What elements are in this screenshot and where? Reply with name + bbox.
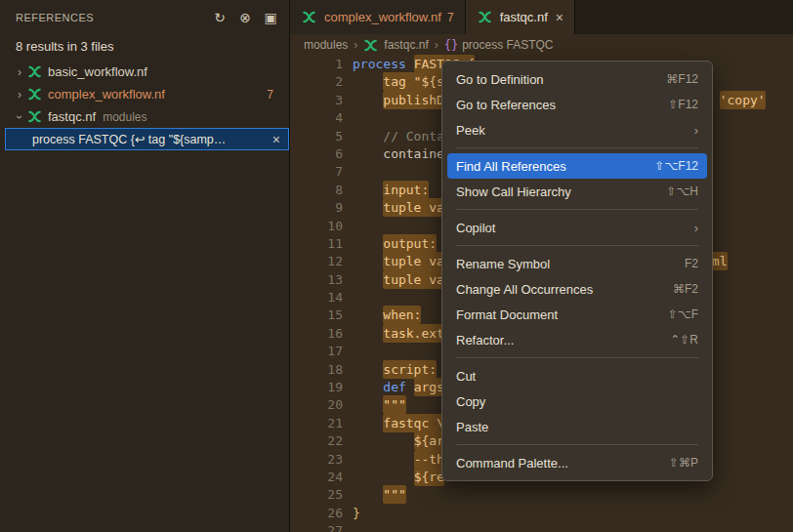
- menu-item-copy[interactable]: Copy: [447, 389, 707, 414]
- code-token: [353, 416, 383, 430]
- menu-separator: [456, 357, 698, 358]
- menu-item-find-all-references[interactable]: Find All References⇧⌥F12: [447, 153, 707, 179]
- nextflow-icon: [27, 109, 44, 124]
- reference-highlight: input:: [383, 181, 429, 199]
- references-sidebar: REFERENCES ↻⊗▣ 8 results in 3 files ›bas…: [0, 0, 290, 532]
- file-row-basic-workflow-nf[interactable]: ›basic_workflow.nf: [0, 61, 289, 83]
- menu-separator: [456, 444, 698, 445]
- reference-highlight: tag "${s: [383, 72, 444, 91]
- code-text: containe: [343, 145, 444, 163]
- reference-highlight: """: [383, 395, 405, 414]
- line-number: 2: [290, 73, 343, 91]
- reference-highlight: fastqc \: [383, 414, 444, 432]
- menu-item-command-palette[interactable]: Command Palette...⇧⌘P: [447, 450, 707, 475]
- tab-fastqc-nf[interactable]: fastqc.nf×: [466, 0, 575, 34]
- breadcrumb-separator: ›: [354, 38, 357, 52]
- chevron-collapsed-icon: ›: [12, 65, 27, 79]
- line-number: 13: [290, 271, 343, 289]
- menu-item-label: Copy: [456, 394, 698, 409]
- code-token: [353, 200, 383, 215]
- reference-highlight: output:: [383, 234, 437, 253]
- code-text: }: [343, 505, 360, 522]
- menu-shortcut: ⌘F2: [673, 282, 698, 296]
- breadcrumb-item-process-fastqc[interactable]: {}process FASTQC: [444, 38, 554, 52]
- line-number: 21: [290, 415, 343, 432]
- file-row-complex-workflow-nf[interactable]: ›complex_workflow.nf7: [0, 83, 289, 105]
- code-token: [353, 362, 383, 377]
- reference-highlight: publishD: [383, 91, 444, 109]
- submenu-chevron-icon: ›: [694, 221, 698, 235]
- code-token: [353, 326, 383, 341]
- code-text: when:: [343, 307, 421, 324]
- panel-toolbar: ↻⊗▣: [209, 7, 281, 28]
- menu-item-label: Show Call Hierarchy: [456, 184, 666, 199]
- menu-item-label: Change All Occurrences: [456, 282, 673, 297]
- code-token: [353, 307, 383, 322]
- reference-result-selected[interactable]: process FASTQC {↩ tag "${samp…×: [5, 128, 289, 150]
- menu-item-copilot[interactable]: Copilot›: [447, 215, 707, 240]
- file-row-fastqc-nf[interactable]: ›fastqc.nfmodules: [0, 105, 289, 128]
- panel-title: REFERENCES: [16, 12, 94, 23]
- tab-badge: 7: [447, 11, 454, 24]
- nextflow-icon: [363, 38, 380, 53]
- menu-item-refactor[interactable]: Refactor...⌃⇧R: [447, 327, 707, 352]
- menu-item-cut[interactable]: Cut: [447, 363, 707, 389]
- tab-close-icon[interactable]: ×: [556, 10, 563, 25]
- code-token: [353, 452, 414, 467]
- code-token: // Conta: [383, 129, 444, 143]
- refresh-icon[interactable]: ↻: [209, 7, 230, 28]
- code-line[interactable]: 27: [290, 522, 793, 532]
- menu-shortcut: ⇧⌥H: [666, 184, 698, 198]
- reference-highlight: --th: [414, 450, 444, 469]
- code-token: [353, 487, 383, 502]
- menu-item-peek[interactable]: Peek›: [447, 117, 707, 143]
- menu-item-label: Copilot: [456, 221, 694, 235]
- menu-item-label: Rename Symbol: [456, 257, 685, 271]
- menu-shortcut: ⌃⇧R: [670, 333, 698, 347]
- file-name: fastqc.nf: [48, 109, 96, 124]
- code-text: output:: [343, 235, 437, 253]
- breadcrumb-item-modules[interactable]: modules: [304, 38, 348, 52]
- collapse-all-icon[interactable]: ▣: [260, 7, 281, 28]
- line-number: 9: [290, 199, 343, 217]
- code-text: input:: [343, 182, 429, 199]
- reference-highlight: tuple va: [383, 252, 444, 270]
- code-text: [343, 109, 353, 127]
- menu-item-go-to-references[interactable]: Go to References⇧F12: [447, 92, 707, 117]
- breadcrumb-label: process FASTQC: [462, 38, 553, 52]
- line-number: 5: [290, 128, 343, 145]
- code-text: fastqc \: [343, 415, 444, 432]
- code-token: containe: [383, 146, 444, 161]
- line-number: 10: [290, 218, 343, 235]
- code-text: [343, 522, 353, 532]
- reference-highlight: script:: [383, 360, 437, 379]
- submenu-chevron-icon: ›: [694, 123, 698, 138]
- code-text: // Conta: [343, 128, 444, 145]
- code-text: [343, 163, 353, 181]
- code-token: [353, 129, 383, 143]
- nextflow-icon: [302, 10, 318, 24]
- menu-item-paste[interactable]: Paste: [447, 414, 707, 439]
- code-line[interactable]: 26}: [290, 505, 793, 522]
- line-number: 19: [290, 379, 343, 396]
- menu-item-change-all-occurrences[interactable]: Change All Occurrences⌘F2: [447, 276, 707, 302]
- reference-highlight: """: [383, 485, 405, 504]
- code-text: task.ext: [343, 325, 444, 343]
- menu-item-go-to-definition[interactable]: Go to Definition⌘F12: [447, 66, 707, 92]
- line-number: 27: [290, 522, 343, 532]
- dismiss-icon[interactable]: ×: [272, 132, 280, 147]
- code-token: process: [353, 57, 414, 71]
- line-number: 24: [290, 469, 343, 486]
- line-number: 22: [290, 432, 343, 450]
- code-token: [353, 433, 414, 448]
- menu-item-rename-symbol[interactable]: Rename SymbolF2: [447, 251, 707, 276]
- menu-item-show-call-hierarchy[interactable]: Show Call Hierarchy⇧⌥H: [447, 179, 707, 204]
- menu-shortcut: ⇧⌘P: [669, 456, 698, 470]
- menu-item-format-document[interactable]: Format Document⇧⌥F: [447, 302, 707, 327]
- clear-results-icon[interactable]: ⊗: [234, 7, 256, 28]
- line-number: 26: [290, 505, 343, 522]
- breadcrumb-item-fastqc-nf[interactable]: fastqc.nf: [363, 38, 428, 53]
- tab-complex-workflow-nf[interactable]: complex_workflow.nf7: [290, 0, 466, 34]
- code-line[interactable]: 25 """: [290, 486, 793, 504]
- reference-snippet: process FASTQC {↩ tag "${samp…: [32, 132, 267, 146]
